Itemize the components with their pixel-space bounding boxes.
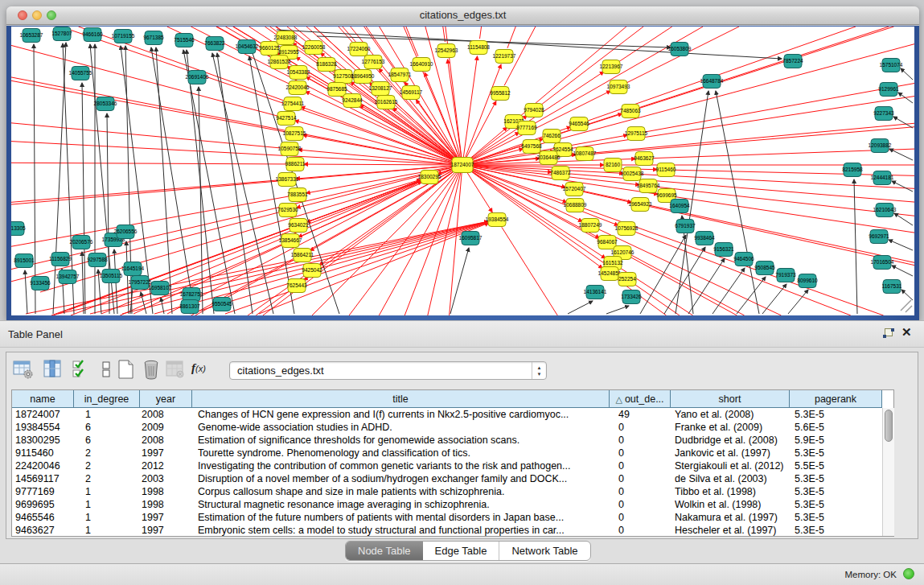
table-cell[interactable]: Stergiakouli et al. (2012)	[675, 459, 788, 472]
table-cell[interactable]: 0	[618, 472, 669, 485]
table-cell[interactable]: 2009	[142, 421, 191, 434]
table-cell[interactable]: 6	[85, 421, 138, 434]
float-panel-icon[interactable]	[883, 328, 896, 340]
table-cell[interactable]: 9463627	[15, 524, 72, 537]
table-cell[interactable]: Corpus callosum shape and size in male p…	[198, 485, 608, 498]
canvas-resize-grip[interactable]	[901, 300, 912, 312]
network-canvas[interactable]: 1872400718300295193845549660125891295512…	[11, 27, 914, 315]
table-cell[interactable]: 2003	[142, 472, 191, 485]
table-cell[interactable]: Yano et al. (2008)	[675, 408, 788, 421]
table-cell[interactable]: Franke et al. (2009)	[675, 421, 788, 434]
table-cell[interactable]: 2012	[142, 459, 191, 472]
table-cell[interactable]: 1	[85, 511, 138, 524]
table-cell[interactable]: 9777169	[15, 485, 72, 498]
table-cell[interactable]: 2	[85, 447, 138, 459]
import-table-icon[interactable]	[165, 359, 186, 380]
column-header-in_degree[interactable]: in_degree	[74, 390, 140, 408]
table-cell[interactable]: 2	[85, 459, 138, 472]
table-cell[interactable]: 2	[85, 472, 138, 485]
table-cell[interactable]: 5.9E-5	[795, 434, 881, 447]
table-cell[interactable]: 2008	[142, 434, 191, 447]
table-cell[interactable]: 5.6E-5	[795, 421, 881, 434]
table-cell[interactable]: 1998	[142, 485, 191, 498]
graph-node-label: 10756928	[615, 225, 639, 231]
table-cell[interactable]: 22420046	[15, 459, 72, 472]
table-cell[interactable]: 0	[618, 485, 669, 498]
table-cell[interactable]: Embryonic stem cells: a model to study s…	[198, 524, 608, 537]
table-cell[interactable]: Investigating the contribution of common…	[198, 459, 608, 472]
table-cell[interactable]: 0	[618, 498, 669, 511]
table-cell[interactable]: Structural magnetic resonance image aver…	[198, 498, 608, 511]
table-scrollbar[interactable]	[882, 408, 894, 536]
table-cell[interactable]: 1	[85, 408, 138, 421]
table-cell[interactable]: 5.3E-5	[795, 485, 881, 498]
table-cell[interactable]: 1997	[142, 447, 191, 459]
row-height-icon[interactable]	[97, 359, 117, 380]
select-columns-icon[interactable]	[43, 359, 64, 380]
table-cell[interactable]: Changes of HCN gene expression and I(f) …	[198, 408, 608, 421]
column-header-pagerank[interactable]: pagerank	[790, 390, 882, 408]
new-table-icon[interactable]	[116, 359, 137, 380]
table-cell[interactable]: Tibbo et al. (1998)	[675, 485, 788, 498]
column-header-year[interactable]: year	[140, 390, 192, 408]
column-header-title[interactable]: title	[192, 390, 610, 408]
table-cell[interactable]: 5.3E-5	[795, 498, 881, 511]
table-select-dropdown[interactable]: citations_edges.txt ▲▼	[229, 361, 547, 380]
table-cell[interactable]: 14569117	[15, 472, 72, 485]
graph-node-label: 15751074	[880, 62, 903, 68]
table-cell[interactable]: 0	[618, 434, 669, 447]
table-cell[interactable]: 18724007	[15, 408, 72, 421]
table-cell[interactable]: 5.3E-5	[795, 447, 881, 459]
table-cell[interactable]: Estimation of significance thresholds fo…	[198, 434, 608, 447]
table-cell[interactable]: Dudbridge et al. (2008)	[675, 434, 788, 447]
table-cell[interactable]: 0	[618, 459, 669, 472]
tab-node-table[interactable]: Node Table	[346, 542, 423, 560]
table-cell[interactable]: 5.5E-5	[795, 459, 881, 472]
table-cell[interactable]: 9699695	[15, 498, 72, 511]
table-cell[interactable]: 1997	[142, 524, 191, 537]
table-cell[interactable]: 2008	[142, 408, 191, 421]
table-cell[interactable]: 0	[618, 447, 669, 459]
table-cell[interactable]: 1997	[142, 511, 191, 524]
table-cell[interactable]: 0	[618, 524, 669, 537]
table-cell[interactable]: 5.3E-5	[795, 472, 881, 485]
window-titlebar[interactable]: citations_edges.txt	[6, 6, 919, 25]
column-header-out_de[interactable]: △out_de...	[610, 390, 671, 408]
table-settings-icon[interactable]	[13, 359, 34, 380]
table-cell[interactable]: Wolkin et al. (1998)	[675, 498, 788, 511]
table-cell[interactable]: 1998	[142, 498, 191, 511]
graph-node-label: 9875685	[326, 86, 347, 92]
table-cell[interactable]: 1	[85, 498, 138, 511]
table-cell[interactable]: Nakamura et al. (1997)	[675, 511, 788, 524]
delete-table-icon[interactable]	[141, 359, 162, 380]
table-cell[interactable]: 0	[618, 421, 669, 434]
table-cell[interactable]: 5.3E-5	[795, 524, 881, 537]
table-cell[interactable]: 19384554	[15, 421, 72, 434]
table-cell[interactable]: 5.3E-5	[795, 408, 881, 421]
table-cell[interactable]: 9115460	[15, 447, 72, 459]
table-cell[interactable]: Estimation of the future numbers of pati…	[198, 511, 608, 524]
tab-edge-table[interactable]: Edge Table	[423, 542, 499, 560]
table-cell[interactable]: Tourette syndrome. Phenomenology and cla…	[198, 447, 608, 459]
table-cell[interactable]: Disruption of a novel member of a sodium…	[198, 472, 608, 485]
function-builder-icon[interactable]: f(x)	[191, 360, 212, 381]
column-header-short[interactable]: short	[671, 390, 790, 408]
table-cell[interactable]: 6	[85, 434, 138, 447]
table-cell[interactable]: 18300295	[15, 434, 72, 447]
column-header-name[interactable]: name	[12, 390, 74, 408]
table-cell[interactable]: 49	[618, 408, 669, 421]
table-cell[interactable]: Genome-wide association studies in ADHD.	[198, 421, 608, 434]
tab-network-table[interactable]: Network Table	[499, 542, 589, 560]
table-cell[interactable]: 0	[618, 511, 669, 524]
graph-node-label: 9508545	[754, 265, 775, 270]
table-cell[interactable]: 1	[85, 485, 138, 498]
table-cell[interactable]: 5.3E-5	[795, 511, 881, 524]
table-cell[interactable]: 9465546	[15, 511, 72, 524]
table-cell[interactable]: Jankovic et al. (1997)	[675, 447, 788, 459]
table-scrollbar-thumb[interactable]	[885, 410, 893, 442]
select-rows-icon[interactable]	[71, 359, 92, 380]
close-panel-icon[interactable]: ✕	[901, 325, 912, 340]
table-cell[interactable]: 1	[85, 524, 138, 537]
table-cell[interactable]: Hescheler et al. (1997)	[675, 524, 788, 537]
table-cell[interactable]: de Silva et al. (2003)	[675, 472, 788, 485]
